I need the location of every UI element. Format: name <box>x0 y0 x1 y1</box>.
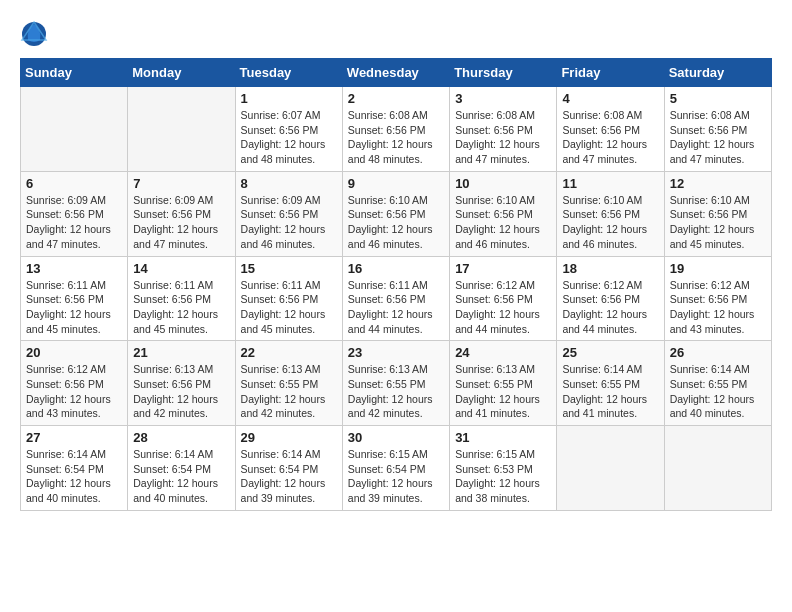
day-info: Sunrise: 6:08 AMSunset: 6:56 PMDaylight:… <box>670 108 766 167</box>
calendar-cell: 21Sunrise: 6:13 AMSunset: 6:56 PMDayligh… <box>128 341 235 426</box>
calendar-header-row: SundayMondayTuesdayWednesdayThursdayFrid… <box>21 59 772 87</box>
day-number: 26 <box>670 345 766 360</box>
day-info: Sunrise: 6:09 AMSunset: 6:56 PMDaylight:… <box>241 193 337 252</box>
day-number: 23 <box>348 345 444 360</box>
day-info: Sunrise: 6:11 AMSunset: 6:56 PMDaylight:… <box>241 278 337 337</box>
day-info: Sunrise: 6:10 AMSunset: 6:56 PMDaylight:… <box>562 193 658 252</box>
day-number: 25 <box>562 345 658 360</box>
day-info: Sunrise: 6:14 AMSunset: 6:55 PMDaylight:… <box>562 362 658 421</box>
day-info: Sunrise: 6:15 AMSunset: 6:54 PMDaylight:… <box>348 447 444 506</box>
calendar-cell: 8Sunrise: 6:09 AMSunset: 6:56 PMDaylight… <box>235 171 342 256</box>
day-info: Sunrise: 6:10 AMSunset: 6:56 PMDaylight:… <box>670 193 766 252</box>
day-number: 5 <box>670 91 766 106</box>
calendar-header-wednesday: Wednesday <box>342 59 449 87</box>
calendar-cell: 13Sunrise: 6:11 AMSunset: 6:56 PMDayligh… <box>21 256 128 341</box>
day-info: Sunrise: 6:12 AMSunset: 6:56 PMDaylight:… <box>670 278 766 337</box>
day-info: Sunrise: 6:13 AMSunset: 6:55 PMDaylight:… <box>455 362 551 421</box>
day-number: 19 <box>670 261 766 276</box>
day-number: 17 <box>455 261 551 276</box>
calendar-week-row: 27Sunrise: 6:14 AMSunset: 6:54 PMDayligh… <box>21 426 772 511</box>
day-info: Sunrise: 6:15 AMSunset: 6:53 PMDaylight:… <box>455 447 551 506</box>
calendar-cell: 17Sunrise: 6:12 AMSunset: 6:56 PMDayligh… <box>450 256 557 341</box>
calendar-cell: 9Sunrise: 6:10 AMSunset: 6:56 PMDaylight… <box>342 171 449 256</box>
day-info: Sunrise: 6:13 AMSunset: 6:56 PMDaylight:… <box>133 362 229 421</box>
day-info: Sunrise: 6:09 AMSunset: 6:56 PMDaylight:… <box>133 193 229 252</box>
calendar-cell: 19Sunrise: 6:12 AMSunset: 6:56 PMDayligh… <box>664 256 771 341</box>
day-info: Sunrise: 6:10 AMSunset: 6:56 PMDaylight:… <box>348 193 444 252</box>
day-number: 2 <box>348 91 444 106</box>
calendar-cell: 15Sunrise: 6:11 AMSunset: 6:56 PMDayligh… <box>235 256 342 341</box>
day-info: Sunrise: 6:14 AMSunset: 6:54 PMDaylight:… <box>133 447 229 506</box>
calendar-cell <box>664 426 771 511</box>
calendar-header-saturday: Saturday <box>664 59 771 87</box>
logo <box>20 20 52 48</box>
calendar-cell: 6Sunrise: 6:09 AMSunset: 6:56 PMDaylight… <box>21 171 128 256</box>
day-number: 3 <box>455 91 551 106</box>
calendar-cell: 5Sunrise: 6:08 AMSunset: 6:56 PMDaylight… <box>664 87 771 172</box>
calendar-cell: 12Sunrise: 6:10 AMSunset: 6:56 PMDayligh… <box>664 171 771 256</box>
day-info: Sunrise: 6:12 AMSunset: 6:56 PMDaylight:… <box>455 278 551 337</box>
day-number: 21 <box>133 345 229 360</box>
calendar-cell: 27Sunrise: 6:14 AMSunset: 6:54 PMDayligh… <box>21 426 128 511</box>
day-number: 1 <box>241 91 337 106</box>
calendar-cell: 14Sunrise: 6:11 AMSunset: 6:56 PMDayligh… <box>128 256 235 341</box>
day-number: 8 <box>241 176 337 191</box>
calendar-cell: 4Sunrise: 6:08 AMSunset: 6:56 PMDaylight… <box>557 87 664 172</box>
day-info: Sunrise: 6:07 AMSunset: 6:56 PMDaylight:… <box>241 108 337 167</box>
calendar-cell <box>21 87 128 172</box>
calendar-cell: 28Sunrise: 6:14 AMSunset: 6:54 PMDayligh… <box>128 426 235 511</box>
day-info: Sunrise: 6:08 AMSunset: 6:56 PMDaylight:… <box>455 108 551 167</box>
calendar-cell: 3Sunrise: 6:08 AMSunset: 6:56 PMDaylight… <box>450 87 557 172</box>
calendar-header-monday: Monday <box>128 59 235 87</box>
day-info: Sunrise: 6:09 AMSunset: 6:56 PMDaylight:… <box>26 193 122 252</box>
day-info: Sunrise: 6:14 AMSunset: 6:55 PMDaylight:… <box>670 362 766 421</box>
calendar-week-row: 1Sunrise: 6:07 AMSunset: 6:56 PMDaylight… <box>21 87 772 172</box>
calendar-cell: 1Sunrise: 6:07 AMSunset: 6:56 PMDaylight… <box>235 87 342 172</box>
day-number: 29 <box>241 430 337 445</box>
calendar-cell: 2Sunrise: 6:08 AMSunset: 6:56 PMDaylight… <box>342 87 449 172</box>
logo-icon <box>20 20 48 48</box>
calendar-cell: 29Sunrise: 6:14 AMSunset: 6:54 PMDayligh… <box>235 426 342 511</box>
day-number: 31 <box>455 430 551 445</box>
day-number: 15 <box>241 261 337 276</box>
calendar-header-friday: Friday <box>557 59 664 87</box>
day-info: Sunrise: 6:12 AMSunset: 6:56 PMDaylight:… <box>26 362 122 421</box>
day-info: Sunrise: 6:14 AMSunset: 6:54 PMDaylight:… <box>241 447 337 506</box>
day-number: 28 <box>133 430 229 445</box>
calendar-week-row: 13Sunrise: 6:11 AMSunset: 6:56 PMDayligh… <box>21 256 772 341</box>
calendar-header-thursday: Thursday <box>450 59 557 87</box>
calendar-cell: 7Sunrise: 6:09 AMSunset: 6:56 PMDaylight… <box>128 171 235 256</box>
day-number: 7 <box>133 176 229 191</box>
day-number: 11 <box>562 176 658 191</box>
day-info: Sunrise: 6:11 AMSunset: 6:56 PMDaylight:… <box>133 278 229 337</box>
calendar-cell: 10Sunrise: 6:10 AMSunset: 6:56 PMDayligh… <box>450 171 557 256</box>
calendar-cell: 20Sunrise: 6:12 AMSunset: 6:56 PMDayligh… <box>21 341 128 426</box>
calendar-cell: 23Sunrise: 6:13 AMSunset: 6:55 PMDayligh… <box>342 341 449 426</box>
day-number: 27 <box>26 430 122 445</box>
calendar-cell <box>557 426 664 511</box>
calendar-cell: 18Sunrise: 6:12 AMSunset: 6:56 PMDayligh… <box>557 256 664 341</box>
day-info: Sunrise: 6:14 AMSunset: 6:54 PMDaylight:… <box>26 447 122 506</box>
calendar-cell: 31Sunrise: 6:15 AMSunset: 6:53 PMDayligh… <box>450 426 557 511</box>
day-number: 30 <box>348 430 444 445</box>
day-number: 20 <box>26 345 122 360</box>
calendar-header-sunday: Sunday <box>21 59 128 87</box>
calendar-header-tuesday: Tuesday <box>235 59 342 87</box>
day-info: Sunrise: 6:13 AMSunset: 6:55 PMDaylight:… <box>348 362 444 421</box>
day-number: 10 <box>455 176 551 191</box>
day-number: 6 <box>26 176 122 191</box>
day-number: 22 <box>241 345 337 360</box>
calendar-week-row: 6Sunrise: 6:09 AMSunset: 6:56 PMDaylight… <box>21 171 772 256</box>
day-number: 13 <box>26 261 122 276</box>
calendar-cell: 26Sunrise: 6:14 AMSunset: 6:55 PMDayligh… <box>664 341 771 426</box>
day-info: Sunrise: 6:10 AMSunset: 6:56 PMDaylight:… <box>455 193 551 252</box>
day-info: Sunrise: 6:08 AMSunset: 6:56 PMDaylight:… <box>348 108 444 167</box>
calendar-table: SundayMondayTuesdayWednesdayThursdayFrid… <box>20 58 772 511</box>
calendar-cell: 25Sunrise: 6:14 AMSunset: 6:55 PMDayligh… <box>557 341 664 426</box>
day-info: Sunrise: 6:08 AMSunset: 6:56 PMDaylight:… <box>562 108 658 167</box>
page-header <box>20 20 772 48</box>
day-info: Sunrise: 6:11 AMSunset: 6:56 PMDaylight:… <box>26 278 122 337</box>
calendar-cell: 11Sunrise: 6:10 AMSunset: 6:56 PMDayligh… <box>557 171 664 256</box>
day-number: 14 <box>133 261 229 276</box>
day-info: Sunrise: 6:11 AMSunset: 6:56 PMDaylight:… <box>348 278 444 337</box>
